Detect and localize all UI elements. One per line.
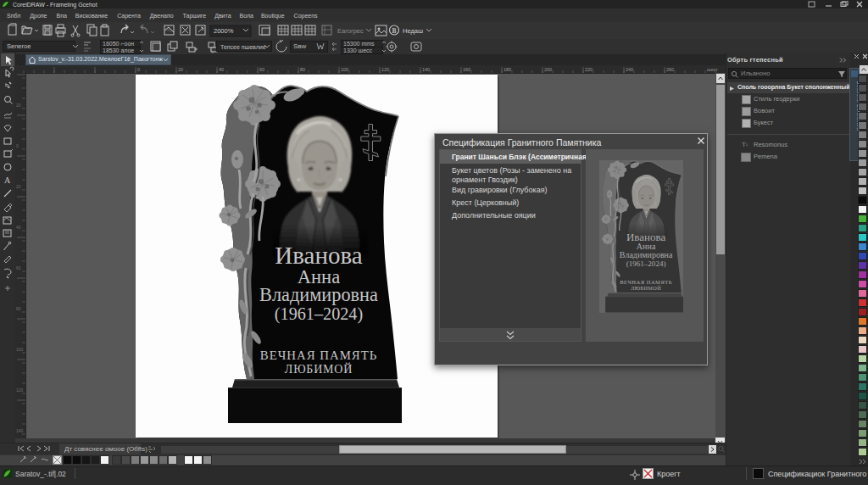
svg-text:140: 140 (16, 428, 24, 433)
svg-text:100: 100 (16, 347, 24, 352)
svg-text:240: 240 (626, 67, 633, 72)
svg-text:80: 80 (16, 306, 21, 311)
svg-text:80: 80 (300, 67, 305, 72)
svg-text:20: 20 (16, 103, 21, 108)
svg-text:200: 200 (544, 67, 552, 72)
svg-text:60: 60 (16, 265, 21, 270)
svg-text:20: 20 (178, 67, 183, 72)
svg-text:2000%: 2000% (214, 27, 234, 35)
svg-text:120: 120 (16, 387, 24, 393)
svg-text:B: B (392, 27, 397, 35)
svg-text:Еагогрес: Еагогрес (337, 27, 364, 35)
svg-text:шест: шест (707, 67, 718, 72)
svg-text:40: 40 (16, 225, 21, 230)
svg-text:140: 140 (422, 67, 430, 72)
svg-text:100: 100 (341, 67, 348, 72)
svg-text:260: 260 (666, 67, 674, 72)
svg-text:0: 0 (137, 67, 140, 72)
svg-text:220: 220 (585, 67, 593, 72)
svg-text:Недаш: Недаш (403, 27, 423, 35)
svg-text:160: 160 (463, 67, 470, 72)
svg-text:120: 120 (381, 67, 389, 72)
svg-text:0: 0 (16, 143, 19, 148)
svg-text:A: A (4, 176, 11, 185)
svg-text:180: 180 (504, 67, 511, 72)
svg-text:40: 40 (219, 67, 224, 72)
svg-text:60: 60 (259, 67, 264, 72)
svg-text:20: 20 (16, 184, 21, 189)
